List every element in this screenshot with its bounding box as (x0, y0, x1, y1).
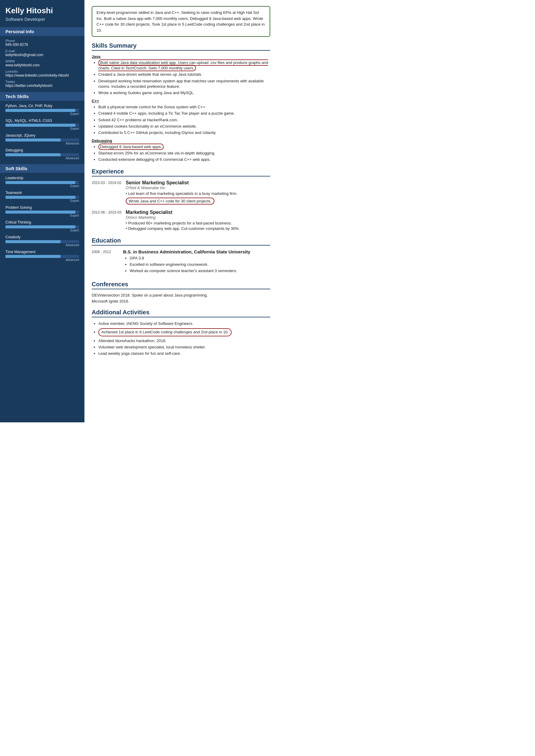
skill-item: Problem Solving Expert (5, 205, 79, 217)
exp-content: Senior Marketing Specialist O'Neil & Wat… (126, 180, 270, 205)
skill-item: Teamwork Expert (5, 191, 79, 202)
skill-list-item: Contributed to 5 C++ GitHub projects, in… (98, 130, 270, 135)
exp-date: 2015-03 - 2019-02 (92, 180, 122, 205)
skill-name: Time Management (5, 250, 79, 254)
skill-level: Advanced (5, 157, 79, 160)
experience-entry: 2015-03 - 2019-02 Senior Marketing Speci… (92, 180, 270, 205)
edu-content: B.S. in Business Administration, Califor… (123, 249, 270, 276)
additional-item: Achieved 1st place in 6 LeetCode coding … (98, 327, 270, 337)
additional-item: Active member, IAENG Society of Software… (98, 321, 270, 326)
exp-company: O'Neil & Watanabe Inc. (126, 186, 270, 190)
highlight-oval: Built native Java data visualization web… (98, 59, 268, 71)
candidate-name: Kelly Hitoshi (5, 6, 79, 15)
skill-name: Teamwork (5, 191, 79, 195)
exp-item: • Produced 60+ marketing projects for a … (126, 221, 270, 225)
skill-item: Javascript, JQuery Advanced (5, 133, 79, 145)
skill-bar-fill (5, 225, 75, 228)
personal-info-item: Phone 949-300-9278 (5, 39, 79, 47)
skill-bar-fill (5, 153, 61, 156)
skill-name: Javascript, JQuery (5, 133, 79, 137)
skill-bar-bg (5, 255, 79, 258)
skill-bar-bg (5, 124, 79, 127)
soft-skills-list: Leadership Expert Teamwork Expert Proble… (5, 176, 79, 262)
skill-list-item: Developed working hotel reservation syst… (98, 78, 270, 89)
skill-bar-bg (5, 153, 79, 156)
experience-content: 2015-03 - 2019-02 Senior Marketing Speci… (92, 180, 270, 232)
candidate-title: Software Developer (5, 16, 79, 22)
skill-level: Advanced (5, 244, 79, 247)
info-value: https://twitter.com/kellyhitoshi (5, 84, 79, 88)
skill-name: Problem Solving (5, 205, 79, 210)
skill-bar-bg (5, 211, 79, 214)
additional-title: Additional Activities (92, 309, 270, 317)
summary-box: Entry-level programmer skilled in Java a… (92, 6, 270, 37)
skill-list-item: Debugged 8 Java-based web apps. (98, 144, 270, 150)
education-content: 2008 - 2012 B.S. in Business Administrat… (92, 249, 270, 276)
edu-date: 2008 - 2012 (92, 249, 119, 276)
skill-list-item: Built a physical remote control for the … (98, 104, 270, 110)
exp-item: • Led team of five marketing specialists… (126, 191, 270, 196)
skills-subsection: JavaBuilt native Java data visualization… (92, 54, 270, 96)
skill-bar-bg (5, 225, 79, 228)
skill-name: Creativity (5, 235, 79, 239)
skill-subsection-name: Debugging (92, 138, 270, 143)
skill-list-item: Updated cookies functionality in an eCom… (98, 124, 270, 129)
additional-list: Active member, IAENG Society of Software… (92, 321, 270, 356)
skill-level: Expert (5, 229, 79, 232)
conference-entry: Microsoft Ignite 2016. (92, 299, 270, 304)
info-label: LinkedIn (5, 70, 79, 73)
skill-bar-fill (5, 181, 75, 184)
additional-content: Active member, IAENG Society of Software… (92, 321, 270, 356)
skill-level: Advanced (5, 258, 79, 262)
exp-company: Orinco Marketing (126, 215, 270, 219)
skill-bar-bg (5, 240, 79, 243)
edu-list-item: GPA 3.8 (130, 255, 270, 261)
skill-subsection-name: Java (92, 54, 270, 59)
soft-skills-heading: Soft Skills (0, 164, 84, 173)
skill-bar-fill (5, 196, 75, 199)
skill-level: Advanced (5, 142, 79, 145)
skill-list-item: Created a Java-driven website that serve… (98, 72, 270, 77)
edu-title: B.S. in Business Administration, Califor… (123, 249, 270, 254)
education-entry: 2008 - 2012 B.S. in Business Administrat… (92, 249, 270, 276)
skill-item: Creativity Advanced (5, 235, 79, 247)
skill-level: Expert (5, 184, 79, 188)
personal-info-heading: Personal Info (0, 27, 84, 36)
personal-info-item: LinkedIn https://www.linkedin.com/in/kel… (5, 70, 79, 77)
skill-level: Expert (5, 199, 79, 202)
skill-item: SQL, MySQL, HTML5, CSS3 Expert (5, 119, 79, 130)
skill-item: Debugging Advanced (5, 148, 79, 160)
skill-list-item: Built native Java data visualization web… (98, 60, 270, 71)
tech-skills-heading: Tech Skills (0, 92, 84, 101)
exp-item: • Debugged company web app. Cut customer… (126, 226, 270, 231)
skill-bar-fill (5, 138, 61, 141)
personal-info-item: Twitter https://twitter.com/kellyhitoshi (5, 80, 79, 88)
edu-list-item: Excelled in software engineering coursew… (130, 262, 270, 267)
tech-skills-list: Python, Java, C#, PHP, Ruby Expert SQL, … (5, 104, 79, 160)
skill-level: Expert (5, 127, 79, 130)
info-label: WWW (5, 59, 79, 63)
skill-list: Debugged 8 Java-based web apps.Slashed e… (92, 144, 270, 162)
skill-bar-bg (5, 109, 79, 112)
personal-info-item: WWW www.kellyhitoshi.com (5, 59, 79, 67)
skill-name: Debugging (5, 148, 79, 152)
skill-item: Python, Java, C#, PHP, Ruby Expert (5, 104, 79, 116)
highlighted-item: Wrote Java and C++ code for 30 client pr… (126, 198, 214, 205)
edu-list-item: Worked as computer science teacher's ass… (130, 268, 270, 274)
skill-bar-bg (5, 196, 79, 199)
personal-info-item: E-mail kellyhitoshi@gmail.com (5, 49, 79, 57)
skill-list: Built native Java data visualization web… (92, 60, 270, 96)
skill-list-item: Wrote a working Sudoku game using Java a… (98, 90, 270, 96)
personal-info-fields: Phone 949-300-9278E-mail kellyhitoshi@gm… (5, 39, 79, 88)
conferences-content: DEVintersection 2018. Spoke on a panel a… (92, 293, 270, 304)
exp-content: Marketing Specialist Orinco Marketing • … (126, 210, 270, 232)
info-value: https://www.linkedin.com/in/kelly-hitosh… (5, 73, 79, 77)
skill-list-item: Slashed errors 25% for an eCommerce site… (98, 151, 270, 156)
skills-subsection: DebuggingDebugged 8 Java-based web apps.… (92, 138, 270, 162)
skill-name: Leadership (5, 176, 79, 180)
skills-summary-title: Skills Summary (92, 42, 270, 51)
info-label: Twitter (5, 80, 79, 84)
info-label: Phone (5, 39, 79, 43)
conference-entry: DEVintersection 2018. Spoke on a panel a… (92, 293, 270, 298)
conferences-title: Conferences (92, 281, 270, 289)
